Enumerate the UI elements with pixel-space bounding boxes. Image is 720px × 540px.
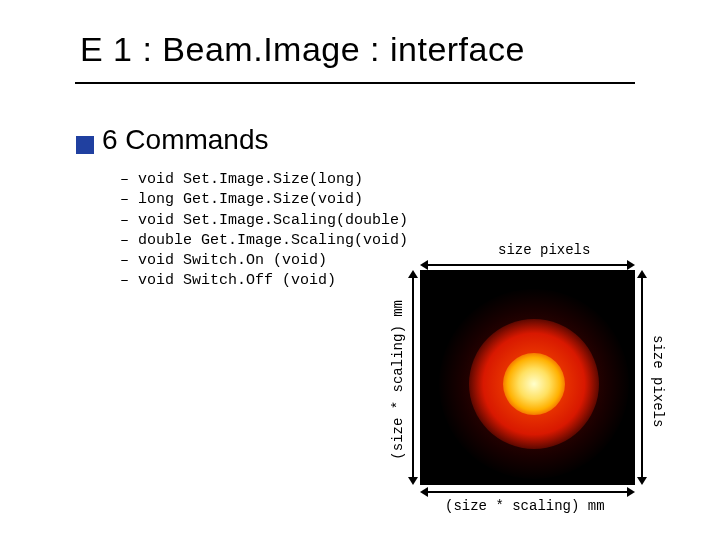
list-item: –long Get.Image.Size(void): [120, 190, 408, 210]
dimension-arrow-top: [420, 260, 635, 270]
command-text: void Set.Image.Scaling(double): [138, 212, 408, 229]
dimension-label-right: size pixels: [650, 335, 666, 427]
beam-image-figure: [420, 270, 635, 485]
dimension-arrow-left: [408, 270, 418, 485]
list-item: –void Switch.On (void): [120, 251, 408, 271]
list-item: –void Switch.Off (void): [120, 271, 408, 291]
title-underline: [75, 82, 635, 84]
list-item: –void Set.Image.Scaling(double): [120, 211, 408, 231]
command-text: void Set.Image.Size(long): [138, 171, 363, 188]
slide: E 1 : Beam.Image : interface 6 Commands …: [0, 0, 720, 540]
dimension-arrow-bottom: [420, 487, 635, 497]
beam-image-frame: [420, 270, 635, 485]
list-item: –void Set.Image.Size(long): [120, 170, 408, 190]
command-text: void Switch.Off (void): [138, 272, 336, 289]
bullet-square-icon: [76, 136, 94, 154]
command-text: long Get.Image.Size(void): [138, 191, 363, 208]
beam-glow-core: [503, 353, 565, 415]
slide-title: E 1 : Beam.Image : interface: [80, 30, 525, 69]
command-text: double Get.Image.Scaling(void): [138, 232, 408, 249]
commands-list: –void Set.Image.Size(long) –long Get.Ima…: [120, 170, 408, 292]
list-item: –double Get.Image.Scaling(void): [120, 231, 408, 251]
dimension-label-left: (size * scaling) mm: [390, 300, 406, 460]
dimension-arrow-right: [637, 270, 647, 485]
command-text: void Switch.On (void): [138, 252, 327, 269]
dimension-label-top: size pixels: [498, 242, 590, 258]
section-heading: 6 Commands: [102, 124, 269, 156]
dimension-label-bottom: (size * scaling) mm: [445, 498, 605, 514]
